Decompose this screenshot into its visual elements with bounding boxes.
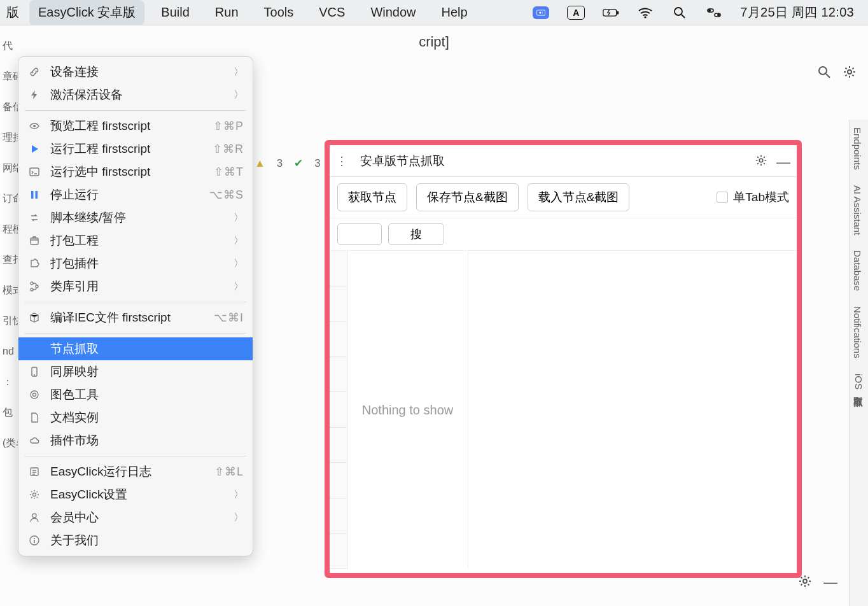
svg-rect-16 — [31, 191, 34, 199]
checkbox-icon[interactable] — [717, 192, 728, 203]
left-ruler — [330, 251, 347, 569]
menu-item[interactable]: 运行选中 firstscript⇧⌘T — [18, 160, 253, 183]
menu-item[interactable]: 插件市场 — [18, 429, 253, 452]
menu-item[interactable]: 会员中心〉 — [18, 506, 253, 529]
chevron-right-icon: 〉 — [234, 257, 244, 271]
menu-item-label: 类库引用 — [50, 278, 225, 295]
menu-shortcut: ⇧⌘P — [213, 119, 244, 133]
gear-icon[interactable] — [843, 65, 858, 80]
svg-point-27 — [33, 493, 36, 497]
load-nodes-button[interactable]: 载入节点&截图 — [528, 183, 630, 211]
menu-item[interactable]: 关于我们 — [18, 529, 253, 552]
menu-item-label: 运行工程 firstscript — [50, 141, 204, 157]
battery-icon[interactable] — [603, 6, 619, 19]
menu-item-label: 会员中心 — [50, 509, 225, 526]
menu-easyclick[interactable]: EasyClick 安卓版 — [29, 0, 144, 25]
chevron-right-icon: 〉 — [234, 488, 244, 502]
menu-help[interactable]: Help — [429, 0, 480, 25]
chevron-right-icon: 〉 — [234, 280, 244, 293]
notifications-tab[interactable]: Notifications — [850, 299, 865, 366]
cube-icon — [27, 311, 41, 325]
search-icon[interactable] — [671, 6, 688, 19]
menu-item[interactable]: 预览工程 firstscript⇧⌘P — [18, 115, 253, 137]
svg-point-28 — [32, 514, 36, 518]
menu-item-label: 同屏映射 — [50, 363, 244, 380]
search-icon[interactable] — [817, 65, 832, 80]
menu-item-label: 编译IEC文件 firstscript — [50, 309, 205, 326]
save-nodes-button[interactable]: 保存节点&截图 — [416, 183, 519, 211]
input-source-icon[interactable]: A — [567, 6, 585, 20]
single-tab-toggle[interactable]: 单Tab模式 — [717, 189, 789, 206]
svg-point-23 — [34, 374, 35, 376]
control-center-icon[interactable] — [706, 6, 722, 19]
menu-item[interactable]: EasyClick运行日志⇧⌘L — [18, 460, 253, 483]
svg-point-20 — [31, 288, 33, 291]
menu-item-label: 节点抓取 — [50, 341, 244, 357]
fetch-nodes-button[interactable]: 获取节点 — [337, 183, 407, 211]
target-icon — [27, 388, 41, 402]
menu-vcs[interactable]: VCS — [306, 0, 358, 25]
menu-item-label: 脚本继续/暂停 — [50, 209, 225, 226]
menu-item[interactable]: 打包工程〉 — [18, 229, 253, 252]
search-input[interactable] — [337, 223, 382, 245]
menu-run[interactable]: Run — [202, 0, 251, 25]
gear-icon[interactable] — [798, 574, 813, 589]
menu-item-label: 图色工具 — [50, 386, 244, 403]
menu-truncated[interactable]: 版 — [3, 0, 25, 25]
svg-point-25 — [33, 393, 36, 397]
wifi-icon[interactable] — [637, 6, 654, 19]
endpoints-tab[interactable]: Endpoints — [850, 120, 865, 178]
menu-item[interactable]: 图色工具 — [18, 383, 253, 406]
menu-item[interactable]: 打包插件〉 — [18, 252, 253, 275]
tree-icon — [27, 279, 41, 293]
menu-item-label: 打包插件 — [50, 255, 225, 272]
menu-item[interactable]: 停止运行⌥⌘S — [18, 183, 253, 206]
menu-item[interactable]: 节点抓取 — [18, 337, 253, 360]
menubar-clock[interactable]: 7月25日 周四 12:03 — [740, 4, 854, 21]
chevron-right-icon: 〉 — [234, 234, 244, 248]
menu-shortcut: ⇧⌘T — [214, 165, 244, 179]
svg-rect-31 — [34, 540, 35, 543]
minimize-icon[interactable]: — — [776, 154, 790, 168]
screenshare-icon[interactable] — [533, 6, 549, 19]
play-icon — [27, 142, 41, 156]
minimize-icon[interactable]: — — [823, 574, 839, 589]
empty-state: Nothing to show — [347, 251, 468, 569]
link-icon — [27, 65, 41, 79]
phone-icon — [27, 365, 41, 379]
gear-icon[interactable] — [755, 154, 769, 168]
panel-toolbar: 获取节点 保存节点&截图 载入节点&截图 单Tab模式 — [330, 177, 797, 218]
log-icon — [27, 465, 41, 479]
menu-item[interactable]: 设备连接〉 — [18, 60, 253, 83]
checkmark-icon[interactable]: ✔ — [294, 157, 303, 170]
menu-item[interactable]: 类库引用〉 — [18, 275, 253, 298]
svg-rect-15 — [30, 168, 39, 176]
menu-tools[interactable]: Tools — [251, 0, 307, 25]
menu-item[interactable]: 文档实例 — [18, 406, 253, 429]
svg-line-12 — [826, 74, 830, 78]
menu-build[interactable]: Build — [148, 0, 202, 25]
menu-shortcut: ⌥⌘S — [209, 188, 244, 202]
menu-separator — [25, 333, 246, 334]
ai-assistant-tab[interactable]: AI Assistant — [850, 178, 865, 243]
menu-item[interactable]: EasyClick设置〉 — [18, 483, 253, 506]
inspection-indicators: ▲3 ✔3 — [255, 157, 321, 170]
menu-item[interactable]: 编译IEC文件 firstscript⌥⌘I — [18, 306, 253, 329]
ios-capture-tab[interactable]: iOS版节点抓取 — [850, 366, 867, 397]
menu-item[interactable]: 脚本继续/暂停〉 — [18, 206, 253, 229]
doc-icon — [27, 411, 41, 425]
menu-window[interactable]: Window — [358, 0, 428, 25]
warning-icon[interactable]: ▲ — [255, 157, 265, 170]
easyclick-menu-dropdown: 设备连接〉激活保活设备〉预览工程 firstscript⇧⌘P运行工程 firs… — [18, 56, 253, 556]
menu-item[interactable]: 同屏映射 — [18, 360, 253, 383]
menu-shortcut: ⇧⌘L — [214, 465, 244, 479]
window-title-fragment: cript] — [419, 34, 449, 50]
search-button[interactable]: 搜 — [388, 223, 444, 245]
console-icon — [27, 165, 41, 179]
menu-item[interactable]: 激活保活设备〉 — [18, 83, 253, 106]
menu-item-label: 插件市场 — [50, 432, 244, 449]
database-tab[interactable]: Database — [850, 243, 865, 299]
menu-item[interactable]: 运行工程 firstscript⇧⌘R — [18, 137, 253, 160]
more-icon[interactable]: ⋮ — [336, 154, 350, 168]
window-title: cript] — [0, 25, 868, 59]
